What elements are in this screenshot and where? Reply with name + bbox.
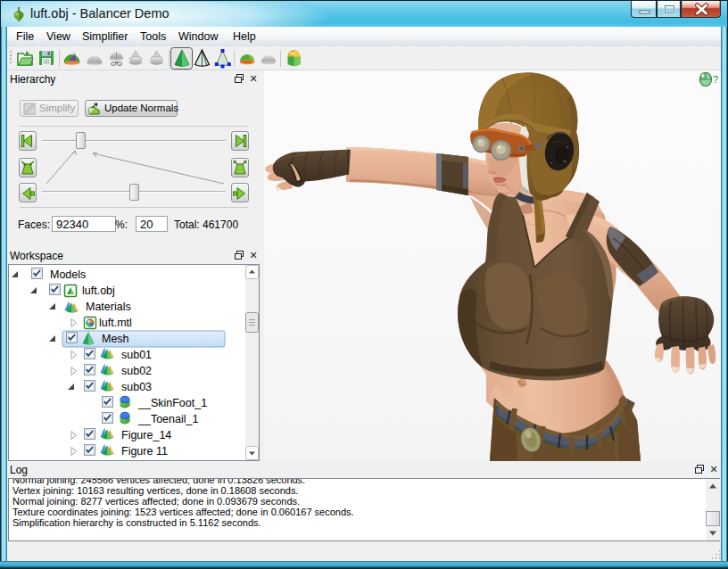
svg-text:?: ?: [713, 74, 718, 85]
